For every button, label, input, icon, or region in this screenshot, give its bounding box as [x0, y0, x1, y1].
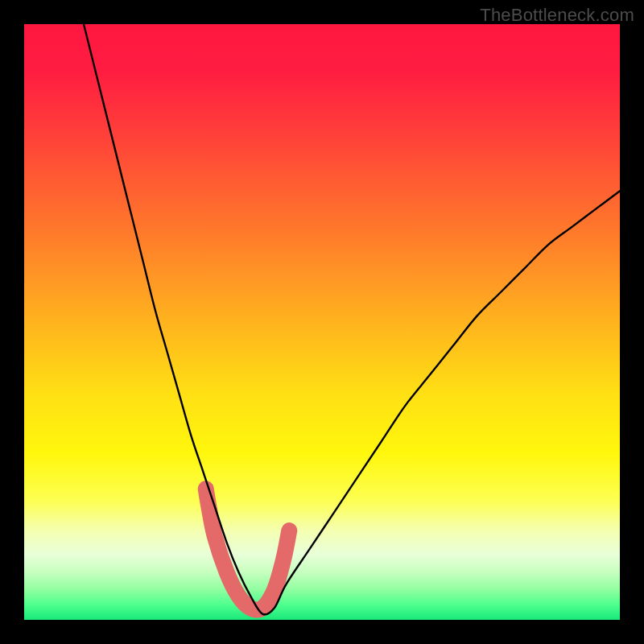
bottleneck-curve: [84, 24, 620, 614]
watermark-text: TheBottleneck.com: [480, 5, 634, 26]
plot-area: [24, 24, 620, 620]
curve-layer: [24, 24, 620, 620]
chart-frame: TheBottleneck.com: [0, 0, 644, 644]
